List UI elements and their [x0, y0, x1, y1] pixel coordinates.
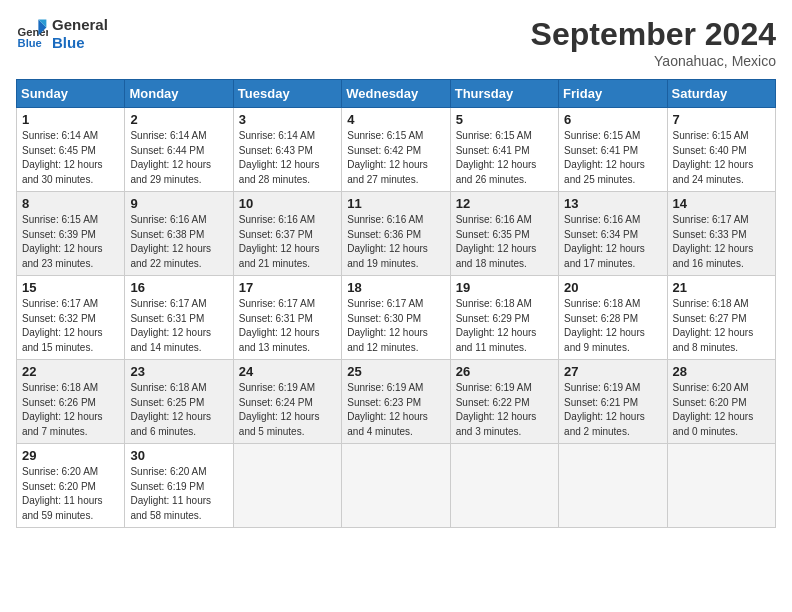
day-info: Sunrise: 6:18 AM Sunset: 6:28 PM Dayligh… [564, 297, 661, 355]
weekday-wednesday: Wednesday [342, 80, 450, 108]
day-number: 24 [239, 364, 336, 379]
weekday-monday: Monday [125, 80, 233, 108]
day-number: 17 [239, 280, 336, 295]
day-info: Sunrise: 6:17 AM Sunset: 6:31 PM Dayligh… [239, 297, 336, 355]
svg-text:Blue: Blue [18, 37, 42, 49]
day-number: 10 [239, 196, 336, 211]
logo-general: General [52, 16, 108, 34]
day-info: Sunrise: 6:14 AM Sunset: 6:44 PM Dayligh… [130, 129, 227, 187]
day-info: Sunrise: 6:18 AM Sunset: 6:27 PM Dayligh… [673, 297, 770, 355]
calendar-cell: 30Sunrise: 6:20 AM Sunset: 6:19 PM Dayli… [125, 444, 233, 528]
day-number: 29 [22, 448, 119, 463]
day-info: Sunrise: 6:15 AM Sunset: 6:41 PM Dayligh… [564, 129, 661, 187]
day-info: Sunrise: 6:18 AM Sunset: 6:26 PM Dayligh… [22, 381, 119, 439]
day-number: 28 [673, 364, 770, 379]
day-info: Sunrise: 6:19 AM Sunset: 6:23 PM Dayligh… [347, 381, 444, 439]
day-info: Sunrise: 6:15 AM Sunset: 6:41 PM Dayligh… [456, 129, 553, 187]
day-info: Sunrise: 6:18 AM Sunset: 6:25 PM Dayligh… [130, 381, 227, 439]
day-number: 2 [130, 112, 227, 127]
day-number: 15 [22, 280, 119, 295]
week-row-1: 1Sunrise: 6:14 AM Sunset: 6:45 PM Daylig… [17, 108, 776, 192]
calendar-cell: 11Sunrise: 6:16 AM Sunset: 6:36 PM Dayli… [342, 192, 450, 276]
day-info: Sunrise: 6:15 AM Sunset: 6:39 PM Dayligh… [22, 213, 119, 271]
calendar-cell: 8Sunrise: 6:15 AM Sunset: 6:39 PM Daylig… [17, 192, 125, 276]
calendar-cell: 23Sunrise: 6:18 AM Sunset: 6:25 PM Dayli… [125, 360, 233, 444]
day-number: 3 [239, 112, 336, 127]
day-number: 23 [130, 364, 227, 379]
calendar-cell: 16Sunrise: 6:17 AM Sunset: 6:31 PM Dayli… [125, 276, 233, 360]
calendar-cell: 19Sunrise: 6:18 AM Sunset: 6:29 PM Dayli… [450, 276, 558, 360]
calendar-cell: 22Sunrise: 6:18 AM Sunset: 6:26 PM Dayli… [17, 360, 125, 444]
day-number: 27 [564, 364, 661, 379]
calendar-cell: 17Sunrise: 6:17 AM Sunset: 6:31 PM Dayli… [233, 276, 341, 360]
calendar-cell: 15Sunrise: 6:17 AM Sunset: 6:32 PM Dayli… [17, 276, 125, 360]
calendar-cell: 3Sunrise: 6:14 AM Sunset: 6:43 PM Daylig… [233, 108, 341, 192]
day-number: 14 [673, 196, 770, 211]
day-number: 1 [22, 112, 119, 127]
calendar-cell [342, 444, 450, 528]
week-row-3: 15Sunrise: 6:17 AM Sunset: 6:32 PM Dayli… [17, 276, 776, 360]
day-number: 25 [347, 364, 444, 379]
logo: General Blue General Blue [16, 16, 108, 52]
day-info: Sunrise: 6:17 AM Sunset: 6:32 PM Dayligh… [22, 297, 119, 355]
day-info: Sunrise: 6:18 AM Sunset: 6:29 PM Dayligh… [456, 297, 553, 355]
page-header: General Blue General Blue September 2024… [16, 16, 776, 69]
calendar-cell: 10Sunrise: 6:16 AM Sunset: 6:37 PM Dayli… [233, 192, 341, 276]
day-info: Sunrise: 6:14 AM Sunset: 6:43 PM Dayligh… [239, 129, 336, 187]
day-info: Sunrise: 6:14 AM Sunset: 6:45 PM Dayligh… [22, 129, 119, 187]
calendar-cell: 13Sunrise: 6:16 AM Sunset: 6:34 PM Dayli… [559, 192, 667, 276]
day-number: 4 [347, 112, 444, 127]
day-number: 16 [130, 280, 227, 295]
weekday-header-row: SundayMondayTuesdayWednesdayThursdayFrid… [17, 80, 776, 108]
calendar-cell [559, 444, 667, 528]
calendar-cell: 1Sunrise: 6:14 AM Sunset: 6:45 PM Daylig… [17, 108, 125, 192]
day-info: Sunrise: 6:17 AM Sunset: 6:30 PM Dayligh… [347, 297, 444, 355]
calendar-table: SundayMondayTuesdayWednesdayThursdayFrid… [16, 79, 776, 528]
calendar-cell [667, 444, 775, 528]
calendar-cell: 21Sunrise: 6:18 AM Sunset: 6:27 PM Dayli… [667, 276, 775, 360]
calendar-body: 1Sunrise: 6:14 AM Sunset: 6:45 PM Daylig… [17, 108, 776, 528]
day-info: Sunrise: 6:17 AM Sunset: 6:33 PM Dayligh… [673, 213, 770, 271]
day-number: 18 [347, 280, 444, 295]
calendar-cell [450, 444, 558, 528]
month-title: September 2024 [531, 16, 776, 53]
logo-icon: General Blue [16, 18, 48, 50]
calendar-cell: 18Sunrise: 6:17 AM Sunset: 6:30 PM Dayli… [342, 276, 450, 360]
day-number: 7 [673, 112, 770, 127]
week-row-2: 8Sunrise: 6:15 AM Sunset: 6:39 PM Daylig… [17, 192, 776, 276]
day-info: Sunrise: 6:17 AM Sunset: 6:31 PM Dayligh… [130, 297, 227, 355]
day-number: 30 [130, 448, 227, 463]
day-info: Sunrise: 6:15 AM Sunset: 6:42 PM Dayligh… [347, 129, 444, 187]
weekday-sunday: Sunday [17, 80, 125, 108]
weekday-thursday: Thursday [450, 80, 558, 108]
day-info: Sunrise: 6:19 AM Sunset: 6:22 PM Dayligh… [456, 381, 553, 439]
day-info: Sunrise: 6:19 AM Sunset: 6:21 PM Dayligh… [564, 381, 661, 439]
day-number: 5 [456, 112, 553, 127]
weekday-tuesday: Tuesday [233, 80, 341, 108]
day-info: Sunrise: 6:20 AM Sunset: 6:19 PM Dayligh… [130, 465, 227, 523]
location: Yaonahuac, Mexico [531, 53, 776, 69]
logo-blue: Blue [52, 34, 108, 52]
week-row-5: 29Sunrise: 6:20 AM Sunset: 6:20 PM Dayli… [17, 444, 776, 528]
day-number: 19 [456, 280, 553, 295]
calendar-cell: 26Sunrise: 6:19 AM Sunset: 6:22 PM Dayli… [450, 360, 558, 444]
day-info: Sunrise: 6:20 AM Sunset: 6:20 PM Dayligh… [673, 381, 770, 439]
day-info: Sunrise: 6:16 AM Sunset: 6:37 PM Dayligh… [239, 213, 336, 271]
calendar-cell: 2Sunrise: 6:14 AM Sunset: 6:44 PM Daylig… [125, 108, 233, 192]
day-info: Sunrise: 6:16 AM Sunset: 6:38 PM Dayligh… [130, 213, 227, 271]
day-number: 26 [456, 364, 553, 379]
day-info: Sunrise: 6:16 AM Sunset: 6:35 PM Dayligh… [456, 213, 553, 271]
day-number: 6 [564, 112, 661, 127]
day-number: 21 [673, 280, 770, 295]
title-block: September 2024 Yaonahuac, Mexico [531, 16, 776, 69]
day-number: 22 [22, 364, 119, 379]
calendar-cell: 24Sunrise: 6:19 AM Sunset: 6:24 PM Dayli… [233, 360, 341, 444]
calendar-cell: 5Sunrise: 6:15 AM Sunset: 6:41 PM Daylig… [450, 108, 558, 192]
day-number: 12 [456, 196, 553, 211]
day-number: 8 [22, 196, 119, 211]
day-info: Sunrise: 6:16 AM Sunset: 6:34 PM Dayligh… [564, 213, 661, 271]
calendar-cell: 14Sunrise: 6:17 AM Sunset: 6:33 PM Dayli… [667, 192, 775, 276]
calendar-cell: 9Sunrise: 6:16 AM Sunset: 6:38 PM Daylig… [125, 192, 233, 276]
calendar-cell: 12Sunrise: 6:16 AM Sunset: 6:35 PM Dayli… [450, 192, 558, 276]
day-number: 20 [564, 280, 661, 295]
